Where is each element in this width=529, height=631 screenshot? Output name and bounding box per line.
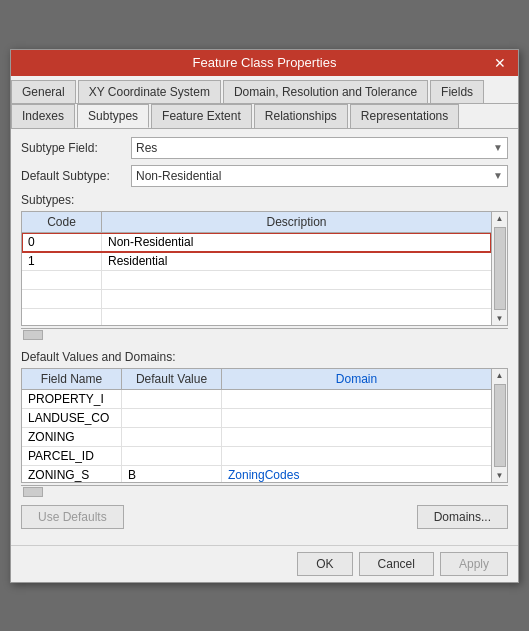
dvd-domain-1 [222,409,491,427]
subtypes-row-1[interactable]: 1 Residential [22,252,491,271]
subtypes-row-0[interactable]: 0 Non-Residential [22,233,491,252]
tab-feature-extent[interactable]: Feature Extent [151,104,252,128]
window-title: Feature Class Properties [39,55,490,70]
dvd-value-4: B [122,466,222,482]
dvd-field-3: PARCEL_ID [22,447,122,465]
subtypes-scroll-up-icon[interactable]: ▲ [494,212,506,225]
dvd-field-2: ZONING [22,428,122,446]
dvd-domain-0 [222,390,491,408]
subtypes-row-3[interactable] [22,290,491,309]
tab-indexes[interactable]: Indexes [11,104,75,128]
footer: OK Cancel Apply [11,545,518,582]
ok-button[interactable]: OK [297,552,352,576]
subtypes-scroll-down-icon[interactable]: ▼ [494,312,506,325]
content-area: Subtype Field: Res ▼ Default Subtype: No… [11,129,518,545]
subtypes-code-2 [22,271,102,289]
dvd-table-body: PROPERTY_I LANDUSE_CO ZONING [22,390,491,482]
tab-row-1: General XY Coordinate System Domain, Res… [11,76,518,104]
dvd-value-0 [122,390,222,408]
dvd-value-1 [122,409,222,427]
default-subtype-value: Non-Residential [136,169,221,183]
dvd-table: Field Name Default Value Domain PROPERTY… [21,368,508,483]
dvd-row-4[interactable]: ZONING_S B ZoningCodes [22,466,491,482]
dvd-col-field: Field Name [22,369,122,389]
tab-domain-resolution[interactable]: Domain, Resolution and Tolerance [223,80,428,103]
subtype-field-select[interactable]: Res ▼ [131,137,508,159]
tab-row-2: Indexes Subtypes Feature Extent Relation… [11,104,518,129]
dvd-table-header: Field Name Default Value Domain [22,369,491,390]
tab-xy-coordinate[interactable]: XY Coordinate System [78,80,221,103]
cancel-button[interactable]: Cancel [359,552,434,576]
dvd-domain-3 [222,447,491,465]
dvd-domain-2 [222,428,491,446]
subtype-field-row: Subtype Field: Res ▼ [21,137,508,159]
default-subtype-row: Default Subtype: Non-Residential ▼ [21,165,508,187]
subtypes-scrollbar[interactable]: ▲ ▼ [491,212,507,325]
subtypes-col-desc: Description [102,212,491,232]
dvd-field-0: PROPERTY_I [22,390,122,408]
dvd-scroll-up-icon[interactable]: ▲ [494,369,506,382]
dvd-label: Default Values and Domains: [21,350,508,364]
subtypes-table-body: 0 Non-Residential 1 Residential [22,233,491,325]
subtypes-code-0: 0 [22,233,102,251]
dvd-field-4: ZONING_S [22,466,122,482]
dvd-col-value: Default Value [122,369,222,389]
dvd-value-3 [122,447,222,465]
subtypes-desc-0: Non-Residential [102,233,491,251]
dvd-horiz-thumb[interactable] [23,487,43,497]
subtypes-table: Code Description 0 Non-Residential 1 Res… [21,211,508,326]
dvd-col-domain: Domain [222,369,491,389]
default-subtype-select[interactable]: Non-Residential ▼ [131,165,508,187]
subtype-field-value: Res [136,141,157,155]
dvd-domain-4: ZoningCodes [222,466,491,482]
tab-subtypes[interactable]: Subtypes [77,104,149,128]
tab-general[interactable]: General [11,80,76,103]
subtypes-desc-4 [102,309,491,325]
subtypes-row-4[interactable] [22,309,491,325]
use-defaults-button[interactable]: Use Defaults [21,505,124,529]
dvd-row-2[interactable]: ZONING [22,428,491,447]
subtypes-row-2[interactable] [22,271,491,290]
dvd-horiz-scroll[interactable] [21,485,508,499]
dvd-field-1: LANDUSE_CO [22,409,122,427]
apply-button[interactable]: Apply [440,552,508,576]
default-subtype-label: Default Subtype: [21,169,131,183]
dvd-row-0[interactable]: PROPERTY_I [22,390,491,409]
subtypes-desc-3 [102,290,491,308]
subtypes-horiz-scroll[interactable] [21,328,508,342]
title-bar: Feature Class Properties ✕ [11,50,518,76]
dvd-row-1[interactable]: LANDUSE_CO [22,409,491,428]
tab-representations[interactable]: Representations [350,104,459,128]
close-button[interactable]: ✕ [490,55,510,71]
subtypes-col-code: Code [22,212,102,232]
subtypes-table-header: Code Description [22,212,491,233]
domains-button[interactable]: Domains... [417,505,508,529]
main-window: Feature Class Properties ✕ General XY Co… [10,49,519,583]
subtypes-desc-2 [102,271,491,289]
subtypes-code-1: 1 [22,252,102,270]
subtypes-code-4 [22,309,102,325]
dvd-scroll-down-icon[interactable]: ▼ [494,469,506,482]
dvd-scroll-thumb[interactable] [494,384,506,467]
dvd-row-3[interactable]: PARCEL_ID [22,447,491,466]
tab-relationships[interactable]: Relationships [254,104,348,128]
subtypes-horiz-thumb[interactable] [23,330,43,340]
default-subtype-arrow-icon: ▼ [493,170,503,181]
subtypes-scroll-thumb[interactable] [494,227,506,310]
tab-fields[interactable]: Fields [430,80,484,103]
dvd-value-2 [122,428,222,446]
subtype-field-arrow-icon: ▼ [493,142,503,153]
subtypes-desc-1: Residential [102,252,491,270]
subtypes-code-3 [22,290,102,308]
subtype-field-label: Subtype Field: [21,141,131,155]
action-buttons: Use Defaults Domains... [21,505,508,529]
dvd-scrollbar[interactable]: ▲ ▼ [491,369,507,482]
subtypes-label: Subtypes: [21,193,508,207]
